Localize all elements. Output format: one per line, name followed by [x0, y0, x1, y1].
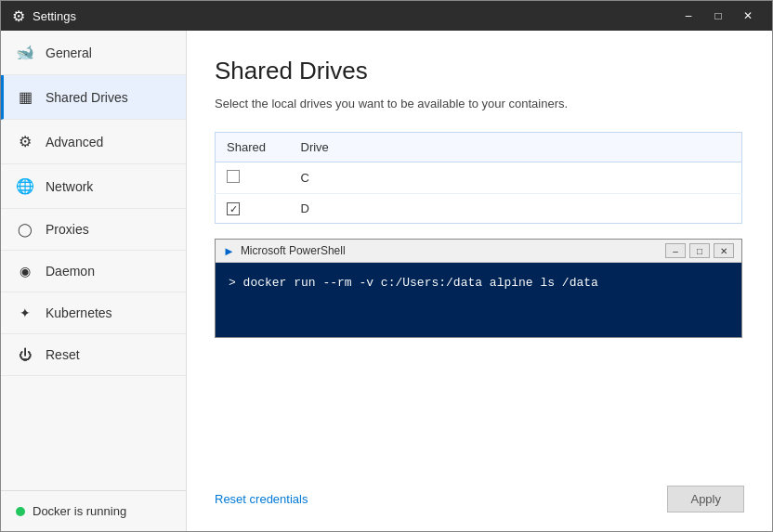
col-header-shared: Shared: [216, 132, 290, 162]
sidebar-item-label: General: [46, 45, 92, 60]
terminal-body: > docker run --rm -v c:/Users:/data alpi…: [216, 263, 741, 337]
drive-c-checkbox[interactable]: [227, 170, 240, 183]
table-row: D: [216, 193, 742, 224]
drive-cell: C: [290, 162, 742, 193]
minimize-button[interactable]: –: [675, 6, 701, 25]
reset-credentials-link[interactable]: Reset credentials: [215, 492, 308, 506]
content-area: 🐋 General ▦ Shared Drives ⚙ Advanced 🌐 N…: [1, 31, 772, 531]
titlebar-left: ⚙ Settings: [12, 7, 76, 25]
gear-icon: ⚙: [16, 133, 34, 150]
close-button[interactable]: ✕: [735, 6, 761, 25]
page-description: Select the local drives you want to be a…: [215, 95, 735, 113]
sidebar: 🐋 General ▦ Shared Drives ⚙ Advanced 🌐 N…: [1, 31, 187, 531]
sidebar-item-reset[interactable]: ⏻ Reset: [1, 334, 186, 376]
titlebar-controls: – □ ✕: [675, 6, 761, 25]
sidebar-item-label: Network: [46, 179, 93, 194]
proxy-icon: ◯: [16, 222, 34, 237]
titlebar-title: Settings: [33, 9, 76, 23]
terminal-title: Microsoft PowerShell: [241, 244, 346, 257]
powershell-icon: ►: [223, 244, 235, 258]
sidebar-item-label: Advanced: [46, 135, 103, 149]
sidebar-item-shared-drives[interactable]: ▦ Shared Drives: [1, 75, 186, 120]
terminal-minimize-button[interactable]: –: [665, 243, 686, 258]
table-row: C: [216, 162, 742, 193]
network-icon: 🌐: [16, 177, 34, 195]
terminal-titlebar: ► Microsoft PowerShell – □ ✕: [216, 240, 741, 263]
bottom-bar: Reset credentials Apply: [215, 476, 744, 513]
terminal-close-button[interactable]: ✕: [714, 243, 734, 258]
grid-icon: ▦: [16, 88, 34, 106]
apply-button[interactable]: Apply: [667, 486, 744, 513]
terminal-controls: – □ ✕: [665, 243, 734, 258]
sidebar-item-label: Kubernetes: [46, 305, 112, 320]
sidebar-item-label: Proxies: [46, 222, 89, 237]
terminal-maximize-button[interactable]: □: [689, 243, 710, 258]
sidebar-item-label: Daemon: [46, 264, 95, 279]
main-panel: Shared Drives Select the local drives yo…: [187, 31, 772, 531]
titlebar: ⚙ Settings – □ ✕: [1, 1, 772, 31]
drives-table: Shared Drive CD: [215, 132, 742, 225]
reset-icon: ⏻: [16, 347, 34, 362]
shared-cell: [216, 162, 290, 193]
sidebar-item-general[interactable]: 🐋 General: [1, 31, 186, 75]
settings-window: ⚙ Settings – □ ✕ 🐋 General ▦ Shared Driv…: [0, 0, 773, 532]
shared-cell: [216, 193, 290, 224]
docker-status-text: Docker is running: [33, 504, 126, 518]
sidebar-item-kubernetes[interactable]: ✦ Kubernetes: [1, 292, 186, 334]
powershell-terminal: ► Microsoft PowerShell – □ ✕ > docker ru…: [215, 239, 742, 338]
whale-icon: 🐋: [16, 44, 34, 61]
sidebar-item-network[interactable]: 🌐 Network: [1, 164, 186, 209]
drive-d-checkbox[interactable]: [227, 202, 240, 215]
docker-status: Docker is running: [1, 490, 186, 531]
status-dot: [16, 507, 25, 516]
maximize-button[interactable]: □: [705, 6, 731, 25]
daemon-icon: ◉: [16, 264, 34, 279]
drive-cell: D: [290, 193, 742, 224]
sidebar-item-label: Shared Drives: [46, 90, 128, 105]
sidebar-item-proxies[interactable]: ◯ Proxies: [1, 209, 186, 251]
table-header-row: Shared Drive: [216, 132, 742, 162]
terminal-command: > docker run --rm -v c:/Users:/data alpi…: [229, 276, 598, 290]
app-icon: ⚙: [12, 7, 25, 25]
sidebar-item-label: Reset: [46, 347, 80, 362]
page-title: Shared Drives: [215, 57, 744, 85]
col-header-drive: Drive: [290, 132, 742, 162]
sidebar-item-advanced[interactable]: ⚙ Advanced: [1, 120, 186, 164]
sidebar-item-daemon[interactable]: ◉ Daemon: [1, 251, 186, 292]
terminal-titlebar-left: ► Microsoft PowerShell: [223, 244, 346, 258]
kubernetes-icon: ✦: [16, 305, 34, 320]
